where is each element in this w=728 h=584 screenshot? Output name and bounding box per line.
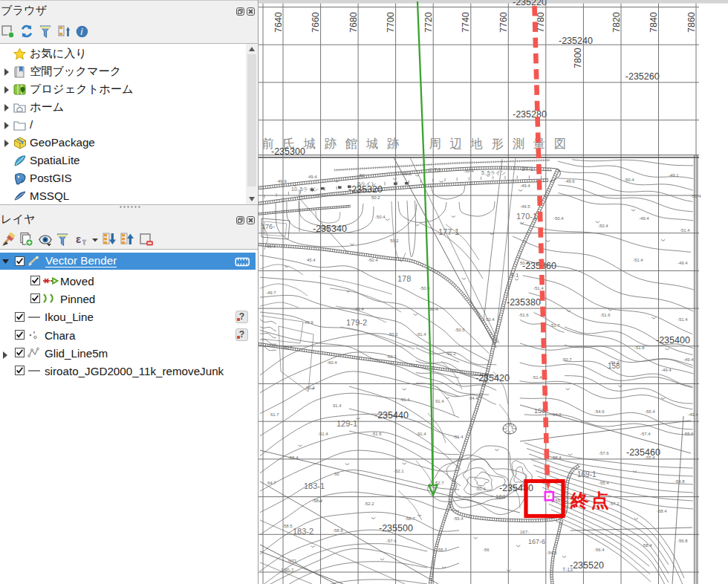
svg-text:-235300: -235300 [271,146,305,157]
svg-text:-235260: -235260 [625,71,660,82]
svg-text:-51.4: -51.4 [677,317,688,322]
svg-text:971: 971 [288,559,297,564]
svg-text:94.4: 94.4 [469,396,478,400]
svg-text:7860: 7860 [686,12,697,33]
svg-text:7640: 7640 [273,12,284,33]
svg-text:-58.5: -58.5 [282,524,293,528]
svg-text:-58.2: -58.2 [312,499,322,503]
svg-text:で T.1: で T.1 [427,167,441,172]
svg-text:-49.1: -49.1 [669,173,679,178]
svg-text:-50.5: -50.5 [455,328,465,332]
svg-text:-60.4: -60.4 [327,360,337,365]
svg-text:-57.6: -57.6 [599,451,609,455]
svg-text:-91.4: -91.4 [416,332,426,337]
svg-text:ε: ε [76,233,81,245]
svg-text:-60.2: -60.2 [386,354,397,359]
svg-text:-49.4: -49.4 [677,261,688,265]
svg-text:-235440: -235440 [374,410,409,421]
svg-text:-235280: -235280 [513,109,547,120]
svg-text:-51.7: -51.7 [550,323,560,328]
svg-text:-91.4: -91.4 [400,398,410,402]
svg-text:-49.6: -49.6 [565,179,575,184]
svg-text:-49.4: -49.4 [265,244,276,249]
svg-text:-51.4: -51.4 [532,375,542,380]
svg-text:-51.6: -51.6 [600,313,611,317]
svg-text:179-2: 179-2 [346,318,367,327]
svg-text:T-13: T-13 [562,567,573,572]
svg-text:-50.7: -50.7 [562,357,572,362]
svg-text:7740: 7740 [461,12,471,33]
svg-text:-55.4: -55.4 [453,516,464,521]
svg-text:-50.2: -50.2 [388,332,398,337]
svg-text:50: 50 [334,472,339,476]
svg-text:-91.2: -91.2 [446,351,456,356]
svg-text:-49.4: -49.4 [520,184,530,188]
svg-text:-56: -56 [483,548,490,552]
svg-text:-55.7: -55.7 [437,548,447,552]
svg-text:-51.4: -51.4 [633,258,643,262]
svg-text:178: 178 [397,274,411,283]
svg-text:-49.4: -49.4 [639,216,649,221]
svg-text:-235500: -235500 [379,523,413,533]
svg-text:-49.7: -49.7 [266,291,276,295]
svg-text:183-1: 183-1 [304,481,325,490]
svg-text:-49.9: -49.9 [276,179,287,184]
svg-text:168: 168 [495,493,506,500]
svg-text:7680: 7680 [348,12,359,33]
svg-text:45.4: 45.4 [307,258,316,262]
svg-text:T-1: T-1 [510,272,519,279]
svg-text:-51.6: -51.6 [371,432,382,436]
svg-text:-50.4: -50.4 [691,194,701,198]
svg-text:-235240: -235240 [559,36,593,46]
svg-text:-54.2: -54.2 [551,412,562,417]
svg-text:-50.4: -50.4 [475,487,486,491]
svg-text:169-1: 169-1 [577,470,597,478]
svg-text:167-: 167- [520,530,529,534]
svg-text:-49.4: -49.4 [688,412,698,417]
svg-text:-54.8: -54.8 [675,479,685,484]
svg-text:-51.4: -51.4 [453,435,464,439]
svg-text:7800: 7800 [573,48,583,68]
svg-text:-50.4: -50.4 [553,216,564,221]
svg-text:158: 158 [608,362,620,370]
svg-text:7840: 7840 [649,12,659,33]
svg-text:終点: 終点 [570,490,611,510]
svg-text:-235420: -235420 [475,373,510,383]
svg-text:-49.5: -49.5 [520,204,530,209]
svg-text:7720: 7720 [423,12,434,33]
svg-text:-58.4: -58.4 [642,543,652,548]
svg-text:-51.8: -51.8 [634,345,645,350]
svg-text:-55.6: -55.6 [683,432,694,436]
svg-text:-49.4: -49.4 [661,368,672,372]
svg-text:-50.4: -50.4 [375,215,386,219]
svg-text:-57.4: -57.4 [386,539,397,543]
svg-text:前氏城跡館城跡 周辺地形測量図: 前氏城跡館城跡 周辺地形測量図 [262,137,576,150]
svg-text:64.7: 64.7 [267,481,276,485]
svg-text:-54.6: -54.6 [594,409,605,414]
svg-text:-52.1: -52.1 [394,469,404,473]
svg-text:-50.4: -50.4 [598,224,608,228]
svg-text:-235400: -235400 [656,335,690,345]
svg-text:-55.4: -55.4 [599,481,609,485]
svg-text:-57.4: -57.4 [640,432,651,436]
svg-text:-51.4: -51.4 [318,432,328,436]
svg-text:-51.6: -51.6 [519,313,529,317]
svg-text:-235520: -235520 [570,560,604,571]
svg-text:-58.4: -58.4 [657,509,667,513]
svg-text:3T-1: 3T-1 [521,166,534,172]
svg-text:-91.4: -91.4 [416,432,426,436]
svg-text:49.4: 49.4 [308,175,317,179]
svg-text:177-1: 177-1 [438,227,459,236]
svg-text:-235460: -235460 [626,447,660,458]
svg-text:-235340: -235340 [313,224,347,234]
svg-text:-49.4: -49.4 [683,357,694,362]
svg-text:-50.4: -50.4 [368,258,378,262]
svg-text:-58.7: -58.7 [405,516,415,521]
svg-text:176-: 176- [261,223,275,230]
svg-text:-49.9: -49.9 [303,320,313,325]
svg-text:-56.4: -56.4 [594,548,605,552]
svg-text:-235220: -235220 [513,0,547,7]
svg-text:61.4: 61.4 [306,386,315,390]
svg-text:8ライン: 8ライン [357,181,376,186]
svg-text:-56.8: -56.8 [677,539,688,543]
